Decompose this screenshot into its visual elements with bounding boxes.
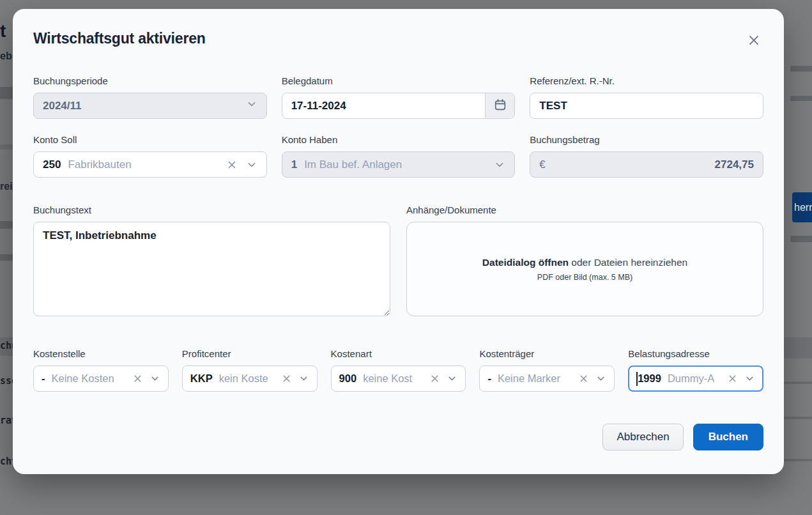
clear-icon[interactable] (281, 373, 292, 384)
belegdatum-value: 17-11-2024 (282, 100, 486, 112)
konto-soll-name: Fabrikbauten (68, 158, 220, 171)
chevron-down-icon[interactable] (595, 373, 606, 384)
clear-icon[interactable] (226, 159, 238, 171)
kostenart-label: Kostenart (331, 348, 466, 360)
konto-haben-name: Im Bau bef. Anlagen (304, 158, 489, 171)
profitcenter-name: kein Koste (219, 373, 277, 385)
buchungsbetrag-input: € 2724,75 (530, 151, 763, 178)
kostenstelle-label: Kostenstelle (33, 348, 169, 360)
buchungsperiode-select[interactable]: 2024/11 (33, 93, 267, 119)
buchungsperiode-group: Buchungsperiode 2024/11 (33, 75, 267, 119)
konto-soll-code: 250 (43, 158, 61, 171)
backdrop-bar (790, 236, 812, 242)
belastungsadresse-label: Belastungsadresse (628, 348, 763, 360)
dropzone-hint: PDF oder Bild (max. 5 MB) (537, 273, 632, 282)
chevron-down-icon (494, 159, 505, 171)
konto-haben-combobox: 1 Im Bau bef. Anlagen (282, 151, 516, 178)
profitcenter-code: KKP (190, 373, 213, 385)
backdrop-table-header-fragment (784, 337, 812, 358)
calendar-icon (493, 98, 507, 114)
referenz-value: TEST (539, 100, 567, 112)
calendar-button[interactable] (485, 93, 514, 118)
file-dropzone[interactable]: Dateidialog öffnen oder Dateien hereinzi… (406, 222, 763, 316)
backdrop-save-button-fragment: hern (792, 192, 812, 222)
konto-haben-code: 1 (291, 158, 297, 171)
close-icon (747, 33, 761, 47)
dialog-footer: Abbrechen Buchen (33, 424, 763, 450)
buchungstext-textarea[interactable]: TEST, Inbetriebnahme (33, 222, 390, 316)
kostenstelle-code: - (42, 373, 45, 385)
backdrop-bar (0, 254, 13, 261)
kostentraeger-group: Kostenträger - Keine Marker (479, 348, 615, 392)
buchungstext-group: Buchungstext TEST, Inbetriebnahme (33, 204, 390, 319)
chevron-down-icon[interactable] (246, 159, 257, 171)
dropzone-cta-rest: oder Dateien hereinziehen (569, 257, 687, 268)
backdrop-bar (790, 96, 812, 101)
konto-soll-label: Konto Soll (33, 134, 267, 146)
konto-haben-group: Konto Haben 1 Im Bau bef. Anlagen (282, 134, 516, 178)
chevron-down-icon (246, 98, 257, 113)
backdrop-text-fragment: eb (0, 50, 12, 62)
backdrop-divider (784, 459, 812, 461)
belastungsadresse-code: 1999 (638, 373, 661, 385)
belegdatum-label: Belegdatum (282, 75, 516, 87)
kostenart-code: 900 (339, 373, 357, 385)
dialog-header: Wirtschaftsgut aktivieren (33, 29, 763, 50)
dropzone-cta-bold: Dateidialog öffnen (482, 257, 569, 268)
anhaenge-group: Anhänge/Dokumente Dateidialog öffnen ode… (406, 204, 763, 319)
chevron-down-icon[interactable] (744, 373, 755, 384)
buchungsperiode-value: 2024/11 (43, 100, 82, 112)
buchungstext-label: Buchungstext (33, 204, 390, 216)
kostenart-name: keine Kost (363, 373, 425, 385)
belastungsadresse-combobox[interactable]: 1999 Dummy-A (628, 365, 763, 392)
chevron-down-icon[interactable] (149, 373, 160, 384)
chevron-down-icon[interactable] (447, 373, 457, 384)
konto-haben-label: Konto Haben (282, 134, 516, 146)
kostentraeger-name: Keine Marker (498, 373, 574, 385)
belastungsadresse-group: Belastungsadresse 1999 Dummy-A (628, 348, 763, 392)
profitcenter-group: Profitcenter KKP kein Koste (182, 348, 318, 392)
backdrop-divider (784, 417, 812, 419)
kostenstelle-name: Keine Kosten (52, 373, 128, 385)
dialog-title: Wirtschaftsgut aktivieren (33, 29, 206, 47)
kostenart-group: Kostenart 900 keine Kost (331, 348, 466, 392)
kostentraeger-combobox[interactable]: - Keine Marker (479, 365, 615, 392)
kostenstelle-group: Kostenstelle - Keine Kosten (33, 348, 169, 392)
belegdatum-input[interactable]: 17-11-2024 (282, 93, 516, 119)
profitcenter-combobox[interactable]: KKP kein Koste (182, 365, 318, 392)
belegdatum-group: Belegdatum 17-11-2024 (282, 75, 516, 119)
buchungsperiode-label: Buchungsperiode (33, 75, 267, 87)
backdrop-bar (0, 87, 13, 99)
wirtschaftsgut-aktivieren-dialog: Wirtschaftsgut aktivieren Buchungsperiod… (13, 9, 784, 474)
referenz-input[interactable]: TEST (530, 93, 763, 119)
chevron-down-icon[interactable] (298, 373, 309, 384)
kostentraeger-code: - (487, 373, 491, 385)
buchungsbetrag-value: 2724,75 (715, 158, 754, 171)
clear-icon[interactable] (429, 373, 440, 384)
profitcenter-label: Profitcenter (182, 348, 318, 360)
backdrop-heading-fragment: t (0, 21, 6, 42)
clear-icon[interactable] (727, 373, 738, 384)
cancel-button[interactable]: Abbrechen (602, 424, 683, 450)
buchungsbetrag-label: Buchungsbetrag (530, 134, 763, 146)
konto-soll-group: Konto Soll 250 Fabrikbauten (33, 134, 267, 178)
referenz-label: Referenz/ext. R.-Nr. (530, 75, 763, 87)
referenz-group: Referenz/ext. R.-Nr. TEST (530, 75, 763, 119)
dropzone-cta: Dateidialog öffnen oder Dateien hereinzi… (482, 257, 687, 268)
close-button[interactable] (744, 31, 763, 50)
anhaenge-label: Anhänge/Dokumente (406, 204, 763, 216)
buchen-button[interactable]: Buchen (693, 424, 763, 450)
backdrop-bar (0, 144, 13, 150)
backdrop-divider (784, 381, 812, 384)
backdrop-bar (0, 221, 13, 229)
buchungsbetrag-group: Buchungsbetrag € 2724,75 (530, 134, 763, 178)
clear-icon[interactable] (132, 373, 143, 384)
clear-icon[interactable] (578, 373, 589, 384)
kostenstelle-combobox[interactable]: - Keine Kosten (33, 365, 169, 392)
kostenart-combobox[interactable]: 900 keine Kost (331, 365, 466, 392)
kostentraeger-label: Kostenträger (479, 348, 615, 360)
belastungsadresse-name: Dummy-A (668, 373, 723, 385)
currency-symbol: € (539, 158, 545, 171)
backdrop-bar (790, 66, 812, 72)
konto-soll-combobox[interactable]: 250 Fabrikbauten (33, 151, 267, 178)
